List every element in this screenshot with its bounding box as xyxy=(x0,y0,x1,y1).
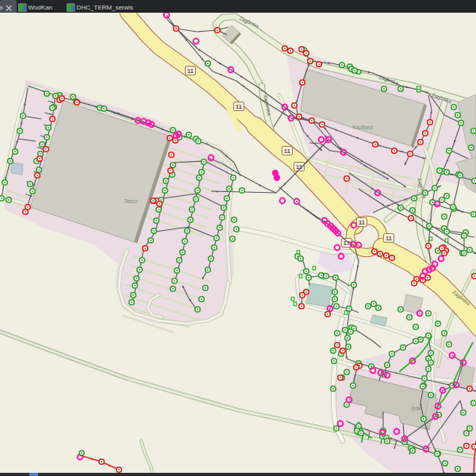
svg-text:WodKan: WodKan xyxy=(29,4,53,11)
svg-text:DHC_TERM_serwis: DHC_TERM_serwis xyxy=(77,4,134,11)
svg-text:11: 11 xyxy=(236,103,242,110)
svg-text:11: 11 xyxy=(386,235,392,242)
svg-text:a: a xyxy=(0,4,3,11)
svg-text:11: 11 xyxy=(284,148,290,155)
svg-text:Tesco: Tesco xyxy=(125,198,138,204)
svg-text:Jysk: Jysk xyxy=(411,405,422,412)
svg-text:Kaufland: Kaufland xyxy=(352,125,373,130)
svg-text:11: 11 xyxy=(187,67,194,75)
svg-text:11: 11 xyxy=(359,219,365,226)
